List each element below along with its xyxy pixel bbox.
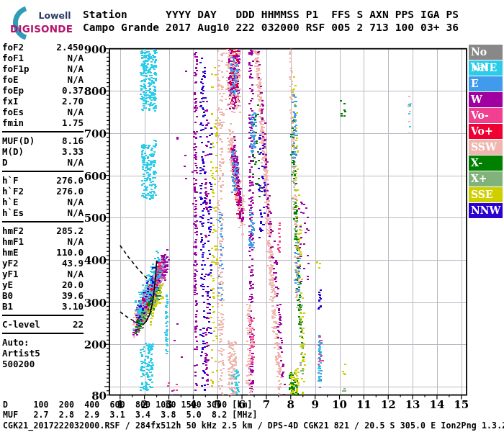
param-row: C-level22 [2,319,84,330]
param-row: fmin1.75 [2,117,84,128]
y-tick-label: 500 [84,212,107,225]
param-label: fmin [2,117,24,128]
param-row: h`EN/A [2,197,84,207]
param-label: hmF2 [2,225,24,236]
param-label: B1 [2,301,13,312]
param-label: yF1 [2,269,19,279]
param-value: N/A [67,63,84,74]
param-label: hmF1 [2,236,24,247]
param-label: h`F [2,175,19,186]
param-value: N/A [67,197,84,207]
status-line: CGK21_2017222032000.RSF / 284fx512h 50 k… [3,420,504,431]
param-label: B0 [2,290,13,301]
param-row: B13.10 [2,301,84,312]
legend-item: W [469,92,503,107]
y-tick-label: 900 [84,43,107,56]
x-tick-label: 7 [258,398,275,411]
param-value: N/A [67,107,84,117]
param-value: 2.70 [62,96,84,107]
legend-item: Vo+ [469,124,503,139]
param-label: foEs [2,107,24,117]
y-tick-label: 800 [84,85,107,98]
param-row: MUF(D)8.16 [2,135,84,146]
x-tick-label: 11 [355,398,372,411]
param-row: M(D)3.33 [2,146,84,157]
param-value: 3.10 [62,301,84,312]
param-value: 0.37 [62,85,84,96]
param-value: N/A [67,157,84,168]
param-value: 285.2 [56,225,84,236]
param-label: foF2 [2,42,24,53]
param-row: foF1pN/A [2,63,84,74]
param-row: yF243.9 [2,258,84,269]
param-label: M(D) [2,146,24,157]
y-tick-label: 600 [84,170,107,183]
param-row: B039.6 [2,290,84,301]
distance-row: D 100 200 400 600 800 1000 1500 3000 [km… [3,400,253,410]
param-label: fxI [2,96,19,107]
panel-divider [2,221,84,222]
param-label: C-level [2,319,40,330]
y-tick-label: 300 [84,297,107,310]
param-value: N/A [67,269,84,279]
x-tick-label: 8 [282,398,300,411]
param-label: D [2,157,8,168]
header-field-names-row: Station YYYY DAY DDD HHMMSS P1 FFS S AXN… [83,9,459,21]
legend-item: NNW [469,203,503,218]
param-value: 2.450 [56,42,84,53]
digisonde-logo: Lowell DIGISONDE [4,6,84,40]
param-row: foF22.450 [2,42,84,53]
y-tick-label: 200 [84,338,107,351]
x-tick-label: 10 [331,398,348,411]
param-value: 276.0 [56,175,84,186]
y-tick-label: 700 [84,127,107,140]
param-value: 20.0 [62,279,84,290]
x-tick-label: 14 [428,398,446,411]
legend-item: SSW [469,140,503,155]
logo-digisonde-text: DIGISONDE [10,23,85,35]
x-tick-label: 13 [404,398,421,411]
param-label: foF1p [2,63,30,74]
param-value: 43.9 [62,258,84,269]
param-value: 3.33 [62,146,84,157]
param-row: yF1N/A [2,269,84,279]
param-value: N/A [67,74,84,85]
panel-divider [2,333,84,334]
param-row: foEN/A [2,74,84,85]
param-label: h`Es [2,207,24,218]
panel-divider [2,171,84,172]
panel-divider [2,131,84,132]
param-value: N/A [67,236,84,247]
param-label: foF1 [2,53,24,63]
param-value: 8.16 [62,135,84,146]
param-row: foEsN/A [2,107,84,117]
param-label: MUF(D) [2,135,35,146]
param-row: foEp0.37 [2,85,84,96]
param-row: hmF2285.2 [2,225,84,236]
ionogram-screen: Lowell DIGISONDE Station YYYY DAY DDD HH… [0,0,504,432]
param-row: h`F2276.0 [2,186,84,197]
param-row: yE20.0 [2,279,84,290]
logo-lowell-text: Lowell [30,10,79,21]
panel-footer-line: Artist5 [2,348,84,359]
param-row: hmF1N/A [2,236,84,247]
panel-footer-line: Auto: [2,337,84,348]
param-label: h`E [2,197,19,207]
legend-item: E [469,76,503,91]
legend-item: X- [469,156,503,171]
param-row: fxI2.70 [2,96,84,107]
panel-footer-line: 500200 [2,359,84,369]
param-panel: foF22.450foF1N/AfoF1pN/AfoEN/AfoEp0.37fx… [2,42,84,369]
y-tick-label: 400 [84,254,107,267]
header-field-values-row: Campo Grande 2017 Aug10 222 032000 RSF 0… [83,22,459,34]
legend-item: X+ [469,171,503,186]
legend-item: SSE [469,187,503,202]
param-value: 276.0 [56,186,84,197]
param-row: hmE110.0 [2,247,84,258]
param-label: yF2 [2,258,19,269]
legend-item: No Val [469,45,503,60]
x-tick-label: 12 [379,398,397,411]
param-value: 1.75 [62,117,84,128]
param-row: DN/A [2,157,84,168]
param-value: N/A [67,53,84,63]
